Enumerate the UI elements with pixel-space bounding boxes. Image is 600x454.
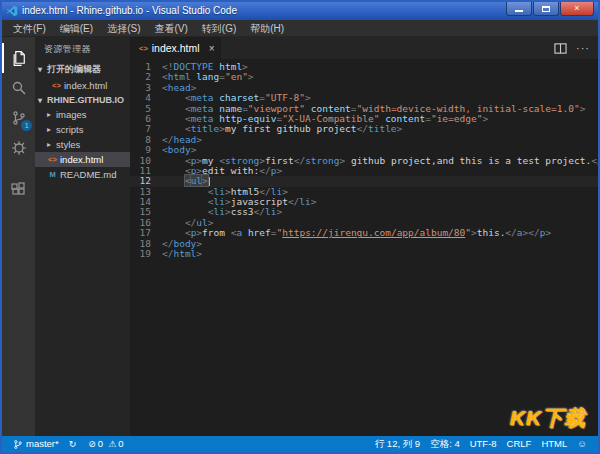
explorer-icon[interactable]: [2, 43, 35, 73]
tree-item-label: scripts: [56, 124, 83, 135]
sync-status[interactable]: ↻: [64, 436, 84, 452]
code-editor[interactable]: 1<!DOCTYPE html>2<html lang="en">3<head>…: [130, 59, 598, 436]
code-line-content: <meta http-equiv="X-UA-Compatible" conte…: [162, 113, 488, 124]
code-line-2[interactable]: 2<html lang="en">: [130, 72, 598, 82]
status-bar: master* ↻ ⊘0 ⚠0 行 12, 列 9 空格: 4 UTF-8 CR…: [2, 436, 598, 452]
sidebar-title: 资源管理器: [35, 37, 130, 61]
folder-label: RHINE.GITHUB.IO: [47, 95, 124, 105]
code-line-content: <ul>: [162, 175, 210, 186]
menu-item[interactable]: 编辑(E): [53, 20, 100, 37]
chevron-down-icon: ▾: [38, 96, 47, 105]
language-label: HTML: [541, 436, 567, 452]
debug-icon[interactable]: [2, 133, 35, 163]
code-line-content: </body>: [162, 238, 202, 249]
editor-actions: ···: [545, 37, 598, 59]
menu-item[interactable]: 帮助(H): [243, 20, 291, 37]
chevron-down-icon: ▾: [38, 65, 47, 74]
tree-item-label: README.md: [60, 169, 116, 180]
tree-file-index-html[interactable]: <>index.html: [35, 78, 130, 93]
code-line-content: <html lang="en">: [162, 71, 254, 82]
code-line-content: <p>from <a href="https://jirengu.com/app…: [162, 227, 551, 238]
tab-bar: <> index.html × ···: [130, 37, 598, 59]
more-actions-icon[interactable]: ···: [576, 37, 590, 59]
code-line-content: <li>html5</li>: [162, 186, 288, 197]
code-line-content: <head>: [162, 82, 196, 93]
open-editors-header[interactable]: ▾ 打开的编辑器: [35, 61, 130, 78]
tree-folder-images[interactable]: ▸images: [35, 107, 130, 122]
vscode-logo-icon: [6, 5, 18, 17]
editor-group: <> index.html × ··· 1<!DOCTYPE html>2<ht…: [130, 37, 598, 436]
markdown-file-icon: M: [47, 170, 58, 179]
eol-label: CRLF: [507, 436, 532, 452]
code-line-19[interactable]: 19</html>: [130, 249, 598, 259]
split-editor-icon[interactable]: [554, 42, 567, 55]
tree-item-label: images: [56, 109, 87, 120]
tree-file-index-html[interactable]: <>index.html: [35, 152, 130, 167]
encoding-status[interactable]: UTF-8: [465, 436, 502, 452]
code-line-content: <meta name="viewport" content="width=dev…: [162, 103, 585, 114]
title-bar: index.html - Rhine.github.io - Visual St…: [2, 2, 598, 20]
menu-item[interactable]: 选择(S): [100, 20, 147, 37]
chevron-right-icon: ▸: [47, 125, 56, 134]
source-control-badge: 1: [21, 120, 32, 131]
html-file-icon: <>: [51, 81, 62, 90]
window-controls: ×: [506, 2, 594, 20]
code-line-content: </html>: [162, 248, 202, 259]
menu-item[interactable]: 文件(F): [6, 20, 53, 37]
status-right: 行 12, 列 9 空格: 4 UTF-8 CRLF HTML ☺: [370, 436, 592, 452]
problems-status[interactable]: ⊘0 ⚠0: [83, 436, 128, 452]
tree-item-label: index.html: [60, 154, 103, 165]
git-branch-status[interactable]: master*: [8, 436, 64, 452]
tab-label: index.html: [152, 42, 200, 54]
encoding-label: UTF-8: [470, 436, 497, 452]
open-editors-list: <>index.html: [35, 78, 130, 93]
chevron-right-icon: ▸: [47, 110, 56, 119]
code-line-content: </head>: [162, 134, 202, 145]
code-line-8[interactable]: 8</head>: [130, 135, 598, 145]
code-line-content: <body>: [162, 144, 196, 155]
indent-label: 空格: 4: [430, 436, 460, 452]
code-line-content: <li>css3</li>: [162, 206, 282, 217]
warning-icon: ⚠: [108, 436, 116, 452]
indent-status[interactable]: 空格: 4: [425, 436, 465, 452]
workbench: 1 资源管理器 ▾ 打开的编辑器 <>index.html ▾ RHINE.GI…: [2, 37, 598, 436]
tree-file-readme-md[interactable]: MREADME.md: [35, 167, 130, 182]
folder-header[interactable]: ▾ RHINE.GITHUB.IO: [35, 93, 130, 107]
branch-label: master*: [26, 436, 59, 452]
source-control-icon[interactable]: 1: [2, 103, 35, 133]
code-line-content: <li>javascript</li>: [162, 196, 317, 207]
menu-item[interactable]: 转到(G): [195, 20, 243, 37]
close-button[interactable]: ×: [560, 2, 594, 16]
minimize-icon: [515, 10, 523, 12]
warning-count: 0: [118, 436, 123, 452]
html-file-icon: <>: [47, 155, 58, 164]
code-line-content: <meta charset="UTF-8">: [162, 92, 311, 103]
smiley-icon: ☺: [577, 436, 587, 452]
minimize-button[interactable]: [506, 2, 532, 16]
menu-item[interactable]: 查看(V): [147, 20, 194, 37]
code-line-content: <title>my first github project</title>: [162, 123, 402, 134]
cursor-position-label: 行 12, 列 9: [375, 436, 420, 452]
tab-close-icon[interactable]: ×: [209, 43, 215, 54]
activity-bar: 1: [2, 37, 35, 436]
error-count: 0: [98, 436, 103, 452]
code-line-content: </ul>: [162, 217, 214, 228]
extensions-icon[interactable]: [2, 175, 35, 205]
feedback-status[interactable]: ☺: [572, 436, 592, 452]
search-icon[interactable]: [2, 73, 35, 103]
line-number: 9: [130, 145, 162, 155]
tree-folder-styles[interactable]: ▸styles: [35, 137, 130, 152]
chevron-right-icon: ▸: [47, 140, 56, 149]
open-editors-label: 打开的编辑器: [47, 63, 101, 76]
tree-item-label: index.html: [64, 80, 107, 91]
tree-folder-scripts[interactable]: ▸scripts: [35, 122, 130, 137]
file-tree: ▸images▸scripts▸styles<>index.htmlMREADM…: [35, 107, 130, 182]
tab-index-html[interactable]: <> index.html ×: [130, 37, 221, 59]
eol-status[interactable]: CRLF: [502, 436, 537, 452]
code-line-content: <!DOCTYPE html>: [162, 61, 248, 72]
cursor-position-status[interactable]: 行 12, 列 9: [370, 436, 425, 452]
language-status[interactable]: HTML: [536, 436, 572, 452]
menu-bar: 文件(F)编辑(E)选择(S)查看(V)转到(G)帮助(H): [2, 20, 598, 37]
maximize-button[interactable]: [533, 2, 559, 16]
git-branch-icon: [13, 439, 23, 450]
